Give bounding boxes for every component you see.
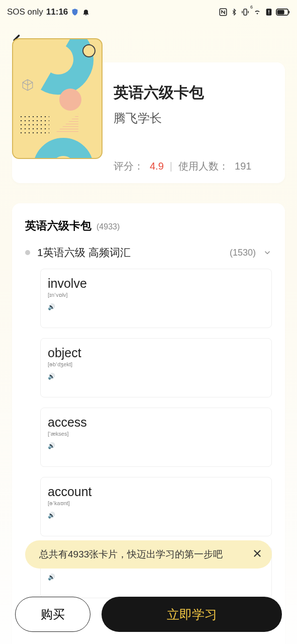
hint-toast: 总共有4933张卡片，快迈出学习的第一步吧 (25, 540, 272, 569)
svg-rect-1 (244, 9, 247, 15)
audio-icon[interactable]: 🔊 (48, 303, 264, 310)
study-button-label: 立即学习 (167, 606, 217, 623)
word-text: access (48, 415, 264, 430)
word-card[interactable]: object[əbˈdʒekt]🔊 (40, 338, 272, 397)
nfc-icon (219, 8, 228, 17)
word-text: involve (48, 276, 264, 291)
buy-button[interactable]: 购买 (15, 597, 90, 632)
ipa-text: [əbˈdʒekt] (48, 361, 264, 368)
ipa-text: [əˈkaʊnt] (48, 500, 264, 507)
rating-value: 4.9 (150, 160, 164, 172)
panel-title: 英语六级卡包 (25, 218, 91, 233)
toast-text: 总共有4933张卡片，快迈出学习的第一步吧 (39, 548, 223, 561)
svg-rect-3 (268, 10, 269, 13)
ipa-text: [ˈækses] (48, 431, 264, 437)
audio-icon[interactable]: 🔊 (48, 373, 264, 380)
status-bar: SOS only 11:16 6 (0, 0, 297, 24)
panel-total: (4933) (96, 222, 120, 231)
svg-rect-7 (288, 11, 289, 13)
svg-rect-4 (268, 14, 269, 14)
deck-author: 腾飞学长 (114, 110, 275, 126)
section-row[interactable]: 1英语六级 高频词汇 (1530) (25, 246, 272, 260)
users-value: 191 (235, 160, 251, 172)
word-card[interactable]: account[əˈkaʊnt]🔊 (40, 477, 272, 536)
deck-list-panel: 英语六级卡包 (4933) 1英语六级 高频词汇 (1530) involve[… (12, 203, 285, 644)
svg-rect-6 (277, 10, 284, 15)
buy-button-label: 购买 (41, 606, 65, 622)
study-button[interactable]: 立即学习 (102, 597, 282, 632)
audio-icon[interactable]: 🔊 (48, 512, 264, 519)
alert-icon (265, 8, 273, 16)
bluetooth-icon (231, 8, 238, 17)
rating-label: 评分： (114, 159, 144, 173)
carrier-text: SOS only (7, 7, 43, 17)
shield-icon (71, 8, 79, 16)
deck-hero-card: 英语六级卡包 腾飞学长 评分： 4.9 | 使用人数： 191 (12, 62, 285, 183)
deck-title: 英语六级卡包 (114, 83, 275, 103)
section-count: (1530) (230, 248, 256, 258)
ipa-text: [ɪnˈvɒlv] (48, 292, 264, 298)
word-text: object (48, 346, 264, 360)
word-card[interactable]: access[ˈækses]🔊 (40, 408, 272, 467)
word-text: account (48, 485, 264, 499)
audio-icon[interactable]: 🔊 (48, 574, 264, 581)
word-card[interactable]: involve[ɪnˈvɒlv]🔊 (40, 269, 272, 328)
clock-text: 11:16 (46, 7, 68, 17)
battery-icon (276, 8, 290, 16)
meta-divider: | (170, 160, 172, 172)
close-icon[interactable] (252, 548, 263, 561)
section-dot-icon (25, 250, 30, 255)
vibrate-icon (241, 8, 250, 17)
deck-cover-image (12, 38, 103, 159)
chevron-down-icon (263, 248, 272, 257)
section-title: 1英语六级 高频词汇 (37, 246, 223, 260)
audio-icon[interactable]: 🔊 (48, 442, 264, 449)
wifi-icon: 6 (253, 9, 262, 16)
users-label: 使用人数： (178, 159, 229, 173)
bell-icon (82, 8, 90, 16)
